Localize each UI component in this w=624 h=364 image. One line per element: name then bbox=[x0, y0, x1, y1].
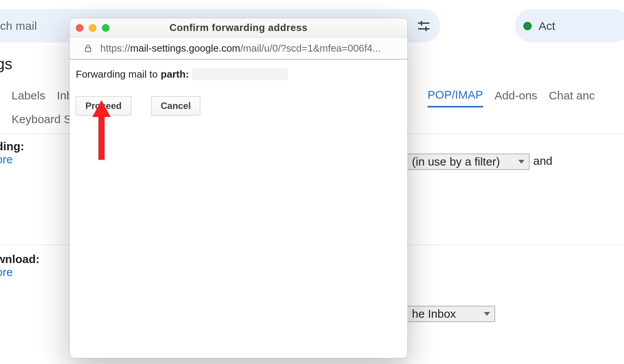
window-title: Confirm forwarding address bbox=[70, 22, 407, 34]
window-body: Forwarding mail to parth: Proceed Cancel bbox=[70, 60, 407, 358]
minimize-icon[interactable] bbox=[89, 24, 96, 32]
tab-chat[interactable]: Chat anc bbox=[549, 84, 595, 107]
zoom-icon[interactable] bbox=[102, 24, 109, 32]
pop-download-section-label: wnload: ore bbox=[0, 253, 39, 279]
url-proto: https:// bbox=[100, 42, 130, 54]
url-path: /mail/u/0/?scd=1&mfea=006f4... bbox=[240, 42, 381, 54]
filter-select[interactable]: (in use by a filter) bbox=[407, 154, 529, 170]
tab-addons[interactable]: Add-ons bbox=[495, 84, 537, 107]
close-icon[interactable] bbox=[76, 24, 83, 32]
window-titlebar: Confirm forwarding address bbox=[70, 18, 407, 37]
url-host: mail-settings.google.com bbox=[130, 42, 240, 54]
redacted-email bbox=[192, 68, 288, 80]
status-label: Act bbox=[539, 20, 555, 32]
window-url-bar[interactable]: https://mail-settings.google.com/mail/u/… bbox=[70, 37, 407, 60]
url-text: https://mail-settings.google.com/mail/u/… bbox=[100, 42, 381, 54]
proceed-button[interactable]: Proceed bbox=[76, 96, 131, 115]
learn-more-link[interactable]: ore bbox=[0, 153, 24, 166]
search-placeholder: rch mail bbox=[0, 20, 37, 32]
forwarding-prefix: Forwarding mail to bbox=[76, 68, 158, 80]
filter-select-value: (in use by a filter) bbox=[412, 155, 500, 168]
pop-download-heading: wnload: bbox=[0, 253, 39, 266]
forwarding-section-label: ding: ore bbox=[0, 140, 24, 166]
window-traffic-lights bbox=[76, 24, 109, 32]
forwarding-message: Forwarding mail to parth: bbox=[76, 68, 401, 80]
page-title: gs bbox=[0, 55, 12, 73]
lock-icon bbox=[83, 43, 93, 54]
svg-rect-4 bbox=[85, 48, 91, 52]
confirm-forwarding-window: Confirm forwarding address https://mail-… bbox=[69, 18, 408, 358]
search-options-button[interactable] bbox=[407, 9, 440, 42]
forwarding-email: parth: bbox=[161, 68, 189, 80]
and-label: and bbox=[533, 154, 552, 167]
inbox-select-value: he Inbox bbox=[412, 307, 456, 320]
tune-icon bbox=[417, 19, 431, 33]
dialog-button-row: Proceed Cancel bbox=[76, 96, 401, 115]
tab-pop-imap[interactable]: POP/IMAP bbox=[428, 84, 483, 107]
learn-more-link[interactable]: ore bbox=[0, 266, 39, 279]
tab-labels[interactable]: Labels bbox=[11, 84, 45, 107]
forwarding-heading: ding: bbox=[0, 140, 24, 153]
status-dot-icon bbox=[523, 22, 532, 30]
status-chip[interactable]: Act bbox=[515, 9, 624, 42]
bg-toolbar bbox=[0, 0, 624, 5]
cancel-button[interactable]: Cancel bbox=[151, 96, 201, 115]
inbox-select[interactable]: he Inbox bbox=[407, 306, 495, 322]
